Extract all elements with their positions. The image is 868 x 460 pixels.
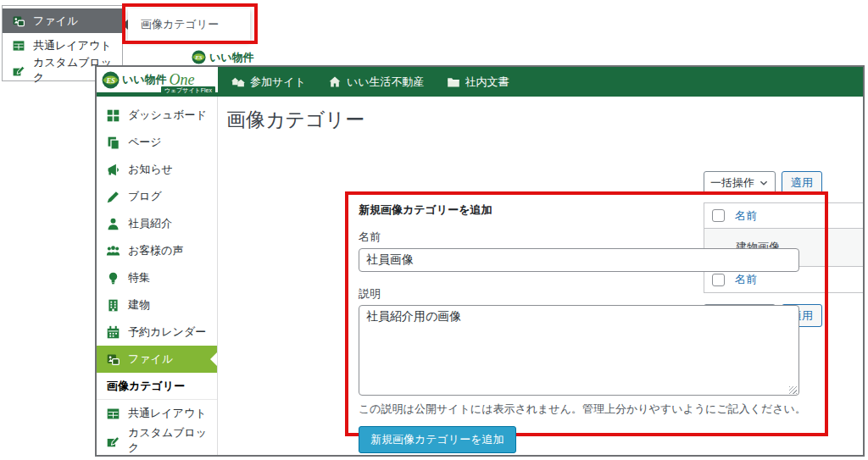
app-logo[interactable]: ES いい物件 One ウェブサイトFlex <box>97 67 218 97</box>
admin-window: ES いい物件 One ウェブサイトFlex 参加サイト いい生活不動産 社内文… <box>95 65 865 457</box>
background-logo-text: いい物件 <box>209 50 254 65</box>
sidebar-item-common-layout[interactable]: 共通レイアウト <box>97 400 217 427</box>
popout-item-label: 共通レイアウト <box>33 38 112 53</box>
add-category-button[interactable]: 新規画像カテゴリーを追加 <box>359 426 516 453</box>
home-icon <box>328 75 342 89</box>
nav-item-internal-docs[interactable]: 社内文書 <box>447 75 509 90</box>
media-icon <box>106 352 120 367</box>
apply-button[interactable]: 適用 <box>782 171 822 194</box>
background-window-logo: ES いい物件 <box>192 48 261 66</box>
nav-item-real-estate[interactable]: いい生活不動産 <box>328 75 425 90</box>
sidebar-subitem-label: 画像カテゴリー <box>107 379 185 394</box>
name-input[interactable] <box>359 248 799 272</box>
popout-item-file[interactable]: ファイル <box>3 8 122 33</box>
main-content: 画像カテゴリー 新規画像カテゴリーを追加 名前 説明 社員紹介用の画像 この説明… <box>218 97 863 455</box>
megaphone-icon <box>106 163 120 177</box>
page-title: 画像カテゴリー <box>226 107 364 133</box>
sidebar-item-dashboard[interactable]: ダッシュボード <box>97 102 217 129</box>
screenshot-canvas: ES いい物件 ファイル 共通レイアウト カスタムブロック 画像カテゴリー ES… <box>0 0 868 460</box>
sidebar-item-buildings[interactable]: 建物 <box>97 291 217 319</box>
description-help-text: この説明は公開サイトには表示されません。管理上分かりやすいようにご記入ください。 <box>359 402 815 417</box>
sidebar-item-label: 特集 <box>128 270 150 285</box>
logo-brand-text: いい物件 <box>122 72 167 87</box>
sidebar-item-label: ファイル <box>128 352 173 367</box>
popout-item-label: ファイル <box>33 14 78 29</box>
building-icon <box>106 298 120 313</box>
annotation-highlight-form: 新規画像カテゴリーを追加 名前 説明 社員紹介用の画像 この説明は公開サイトには… <box>345 191 828 436</box>
media-icon <box>12 14 25 28</box>
sidebar-item-custom-block[interactable]: カスタムブロック <box>97 427 217 454</box>
sidebar-item-files[interactable]: ファイル <box>97 346 217 373</box>
sidebar: ダッシュボード ページ お知らせ ブログ 社員紹介 <box>97 97 218 455</box>
bulk-actions-top: 一括操作 適用 <box>704 171 822 194</box>
svg-text:ES: ES <box>194 54 203 60</box>
nav-item-member-sites[interactable]: 参加サイト <box>231 75 306 90</box>
table-icon <box>106 407 120 421</box>
sidebar-item-blog[interactable]: ブログ <box>97 183 217 210</box>
sidebar-item-label: 社員紹介 <box>128 216 172 231</box>
sidebar-subitem-image-category[interactable]: 画像カテゴリー <box>97 373 217 400</box>
resize-handle-icon[interactable] <box>789 386 797 394</box>
nav-item-label: 社内文書 <box>465 75 509 90</box>
flyout-image-category[interactable]: 画像カテゴリー <box>128 8 250 41</box>
sidebar-item-label: カスタムブロック <box>128 425 217 456</box>
dashboard-icon <box>106 108 120 123</box>
es-logo-icon: ES <box>102 71 120 89</box>
sidebar-item-label: お客様の声 <box>128 243 184 258</box>
sidebar-item-label: お知らせ <box>128 162 173 177</box>
sidebar-item-news[interactable]: お知らせ <box>97 156 217 183</box>
people-icon <box>106 244 120 258</box>
sidebar-item-feature[interactable]: 特集 <box>97 264 217 291</box>
window-body: ダッシュボード ページ お知らせ ブログ 社員紹介 <box>97 97 863 455</box>
header-nav: 参加サイト いい生活不動産 社内文書 <box>218 67 509 97</box>
description-textarea[interactable]: 社員紹介用の画像 <box>359 305 799 396</box>
form-heading: 新規画像カテゴリーを追加 <box>359 202 815 218</box>
sidebar-item-label: ページ <box>128 135 162 150</box>
houses-icon <box>231 75 245 89</box>
name-label: 名前 <box>359 230 815 245</box>
calendar-icon <box>106 325 120 340</box>
sidebar-item-label: 建物 <box>128 297 150 313</box>
add-category-form: 新規画像カテゴリーを追加 名前 説明 社員紹介用の画像 この説明は公開サイトには… <box>348 195 825 433</box>
es-logo-icon: ES <box>192 50 206 64</box>
nav-item-label: いい生活不動産 <box>347 75 425 90</box>
sidebar-item-label: ダッシュボード <box>128 108 207 123</box>
flyout-arrow-icon <box>122 19 128 30</box>
sidebar-item-label: 予約カレンダー <box>128 324 206 340</box>
sidebar-item-label: 共通レイアウト <box>128 406 207 421</box>
custom-block-icon <box>106 434 120 448</box>
description-label: 説明 <box>359 286 815 302</box>
flyout-label: 画像カテゴリー <box>141 17 219 32</box>
custom-block-icon <box>12 64 25 77</box>
svg-text:ES: ES <box>105 76 115 84</box>
chevron-down-icon <box>759 178 769 188</box>
logo-product-text: One <box>170 72 195 87</box>
window-header: ES いい物件 One ウェブサイトFlex 参加サイト いい生活不動産 社内文… <box>97 67 863 97</box>
bulk-action-label: 一括操作 <box>710 175 754 191</box>
sidebar-item-pages[interactable]: ページ <box>97 129 217 156</box>
folder-icon <box>447 75 460 89</box>
sidebar-item-reservation-calendar[interactable]: 予約カレンダー <box>97 319 217 346</box>
sidebar-item-label: ブログ <box>128 189 162 204</box>
logo-tagline: ウェブサイトFlex <box>161 86 215 96</box>
bulk-action-select[interactable]: 一括操作 <box>704 171 776 194</box>
sidebar-item-staff[interactable]: 社員紹介 <box>97 210 217 237</box>
nav-item-label: 参加サイト <box>250 75 306 90</box>
table-icon <box>12 39 25 53</box>
person-icon <box>106 217 120 231</box>
pages-icon <box>106 136 120 150</box>
lightbulb-icon <box>106 271 120 285</box>
pencil-icon <box>106 190 120 204</box>
sidebar-item-testimonials[interactable]: お客様の声 <box>97 237 217 264</box>
